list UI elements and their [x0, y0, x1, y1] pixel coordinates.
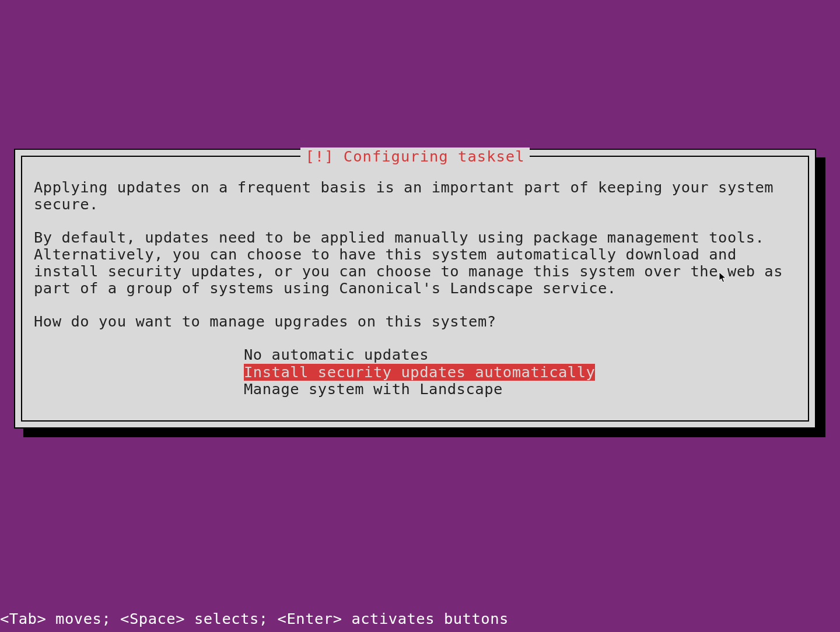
option-no-automatic-updates[interactable]: No automatic updates	[244, 346, 796, 363]
dialog-title: [!] Configuring tasksel	[300, 148, 529, 165]
options-list: No automatic updates Install security up…	[244, 346, 796, 397]
description-line-2: By default, updates need to be applied m…	[34, 229, 796, 297]
dialog-content: Applying updates on a frequent basis is …	[34, 179, 796, 398]
description-line-1: Applying updates on a frequent basis is …	[34, 179, 796, 213]
footer-help-text: <Tab> moves; <Space> selects; <Enter> ac…	[0, 610, 509, 627]
dialog: [!] Configuring tasksel Applying updates…	[14, 149, 816, 429]
prompt-question: How do you want to manage upgrades on th…	[34, 313, 796, 330]
option-install-security-updates[interactable]: Install security updates automatically	[244, 364, 595, 381]
option-manage-with-landscape[interactable]: Manage system with Landscape	[244, 381, 796, 398]
dialog-border: [!] Configuring tasksel Applying updates…	[21, 156, 809, 422]
